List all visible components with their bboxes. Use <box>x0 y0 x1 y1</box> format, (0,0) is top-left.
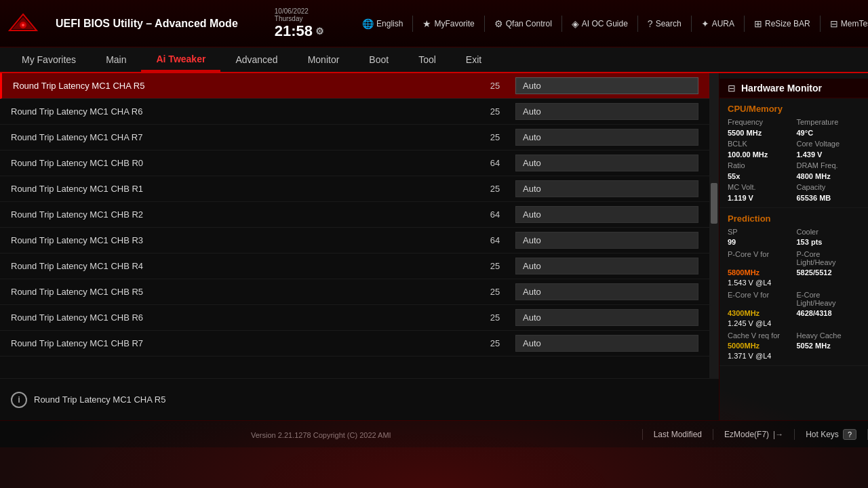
capacity-label: Capacity <box>797 183 861 191</box>
prediction-section: Prediction SP Cooler 99 153 pts P-Core V… <box>719 208 868 366</box>
time-value: 21:58 <box>275 22 313 40</box>
setting-value-box: Auto <box>515 129 698 146</box>
language-button[interactable]: 🌐 English <box>362 18 403 29</box>
resize-icon: ⊞ <box>754 18 762 29</box>
mc-volt-value: 1.119 V <box>728 194 791 202</box>
setting-row[interactable]: Round Trip Latency MC1 CHB R4 25 Auto <box>0 253 709 279</box>
prediction-title: Prediction <box>728 214 860 224</box>
favorite-label: MyFavorite <box>434 19 474 28</box>
setting-value-number: 25 <box>475 184 515 194</box>
setting-row[interactable]: Round Trip Latency MC1 CHB R1 25 Auto <box>0 176 709 202</box>
nav-main[interactable]: Main <box>91 47 141 72</box>
pcore-v-label: P-Core V for <box>728 250 791 266</box>
hw-monitor-header: ⊟ Hardware Monitor <box>719 79 868 98</box>
setting-value-box: Auto <box>515 155 698 171</box>
setting-name: Round Trip Latency MC1 CHA R5 <box>13 81 475 91</box>
ez-mode-button[interactable]: EzMode(F7) |→ <box>713 429 794 440</box>
setting-value-number: 64 <box>475 209 515 220</box>
setting-row[interactable]: Round Trip Latency MC1 CHA R6 25 Auto <box>0 99 709 125</box>
setting-row[interactable]: Round Trip Latency MC1 CHB R3 64 Auto <box>0 228 709 253</box>
setting-name: Round Trip Latency MC1 CHB R7 <box>11 338 475 348</box>
setting-row[interactable]: Round Trip Latency MC1 CHB R6 25 Auto <box>0 305 709 331</box>
nav-boot[interactable]: Boot <box>354 47 403 72</box>
date-display: 10/06/2022 Thursday <box>275 7 324 22</box>
setting-name: Round Trip Latency MC1 CHB R5 <box>11 287 475 297</box>
heavy-cache-value: 5052 MHz <box>797 342 861 350</box>
dram-freq-label: DRAM Freq. <box>797 161 861 169</box>
settings-icon: ⚙ <box>315 26 324 37</box>
setting-value-number: 25 <box>475 132 515 142</box>
star-icon: ★ <box>422 18 431 29</box>
ratio-value: 55x <box>728 172 791 180</box>
nav-my-favorites[interactable]: My Favorites <box>7 47 91 72</box>
qfan-button[interactable]: ⚙ Qfan Control <box>494 18 552 29</box>
pcore-lh-value: 5825/5512 <box>797 268 861 277</box>
ecore-lh-value: 4628/4318 <box>797 309 861 317</box>
aura-button[interactable]: ✦ AURA <box>701 18 734 29</box>
datetime-display: 10/06/2022 Thursday 21:58 ⚙ <box>275 7 324 40</box>
heavy-cache-label: Heavy Cache <box>797 331 861 340</box>
setting-name: Round Trip Latency MC1 CHB R2 <box>11 209 475 220</box>
memtest-label: MemTest86 <box>841 19 868 28</box>
setting-row[interactable]: Round Trip Latency MC1 CHB R0 64 Auto <box>0 150 709 176</box>
hw-monitor-title: Hardware Monitor <box>741 83 822 94</box>
logo-area <box>7 12 39 36</box>
nav-monitor[interactable]: Monitor <box>293 47 355 72</box>
sp-value: 99 <box>728 238 791 246</box>
core-voltage-label: Core Voltage <box>797 140 861 148</box>
sp-label: SP <box>728 228 791 236</box>
app-title: UEFI BIOS Utility – Advanced Mode <box>56 18 238 30</box>
search-button[interactable]: ? Search <box>648 18 682 29</box>
setting-name: Round Trip Latency MC1 CHB R4 <box>11 261 475 271</box>
freq-value: 5500 MHz <box>728 129 791 137</box>
setting-row[interactable]: Round Trip Latency MC1 CHA R7 25 Auto <box>0 125 709 150</box>
setting-name: Round Trip Latency MC1 CHA R6 <box>11 106 475 117</box>
mc-volt-label: MC Volt. <box>728 183 791 191</box>
last-modified-button[interactable]: Last Modified <box>642 429 713 440</box>
pcore-lh-label: P-Core Light/Heavy <box>797 250 861 266</box>
nav-advanced[interactable]: Advanced <box>220 47 292 72</box>
setting-value-box: Auto <box>515 77 698 94</box>
scroll-track[interactable] <box>709 73 719 378</box>
ecore-v-label: E-Core V for <box>728 291 791 307</box>
scroll-thumb[interactable] <box>711 183 717 224</box>
hardware-monitor-panel: ⊟ Hardware Monitor CPU/Memory Frequency … <box>719 73 868 420</box>
my-favorite-button[interactable]: ★ MyFavorite <box>422 18 474 29</box>
ai-oc-button[interactable]: ◈ AI OC Guide <box>572 18 628 29</box>
setting-row[interactable]: Round Trip Latency MC1 CHB R2 64 Auto <box>0 202 709 228</box>
qfan-label: Qfan Control <box>506 19 552 28</box>
ratio-label: Ratio <box>728 161 791 169</box>
nav-tool[interactable]: Tool <box>403 47 451 72</box>
footer: Version 2.21.1278 Copyright (C) 2022 AMI… <box>0 420 868 447</box>
setting-row[interactable]: Round Trip Latency MC1 CHB R5 25 Auto <box>0 279 709 305</box>
setting-value-number: 25 <box>475 312 515 323</box>
monitor-icon: ⊟ <box>728 83 736 94</box>
ai-oc-label: AI OC Guide <box>582 19 628 28</box>
bclk-value: 100.00 MHz <box>728 150 791 159</box>
fan-icon: ⚙ <box>494 18 503 29</box>
globe-icon: 🌐 <box>362 18 374 29</box>
header: UEFI BIOS Utility – Advanced Mode 10/06/… <box>0 0 868 47</box>
setting-row[interactable]: Round Trip Latency MC1 CHA R5 25 Auto <box>0 73 709 99</box>
nav-ai-tweaker[interactable]: Ai Tweaker <box>141 47 220 72</box>
freq-label: Frequency <box>728 118 791 126</box>
asus-logo-icon <box>7 12 39 36</box>
setting-value-number: 25 <box>475 287 515 297</box>
settings-list: Round Trip Latency MC1 CHA R5 25 Auto Ro… <box>0 73 719 378</box>
setting-value-box: Auto <box>515 103 698 120</box>
language-label: English <box>376 19 403 28</box>
navigation-bar: My Favorites Main Ai Tweaker Advanced Mo… <box>0 47 868 73</box>
header-nav: 🌐 English ★ MyFavorite ⚙ Qfan Control ◈ … <box>362 16 868 32</box>
hot-keys-button[interactable]: Hot Keys ? <box>794 429 868 440</box>
last-modified-label: Last Modified <box>654 430 702 439</box>
setting-value-box: Auto <box>515 258 698 274</box>
memtest-button[interactable]: ⊟ MemTest86 <box>830 18 868 29</box>
setting-value-box: Auto <box>515 335 698 352</box>
resize-bar-button[interactable]: ⊞ ReSize BAR <box>754 18 810 29</box>
setting-value-number: 64 <box>475 158 515 168</box>
cooler-label: Cooler <box>797 228 861 236</box>
setting-row[interactable]: Round Trip Latency MC1 CHB R7 25 Auto <box>0 331 709 357</box>
setting-name: Round Trip Latency MC1 CHA R7 <box>11 132 475 142</box>
nav-exit[interactable]: Exit <box>451 47 496 72</box>
setting-name: Round Trip Latency MC1 CHB R6 <box>11 312 475 323</box>
